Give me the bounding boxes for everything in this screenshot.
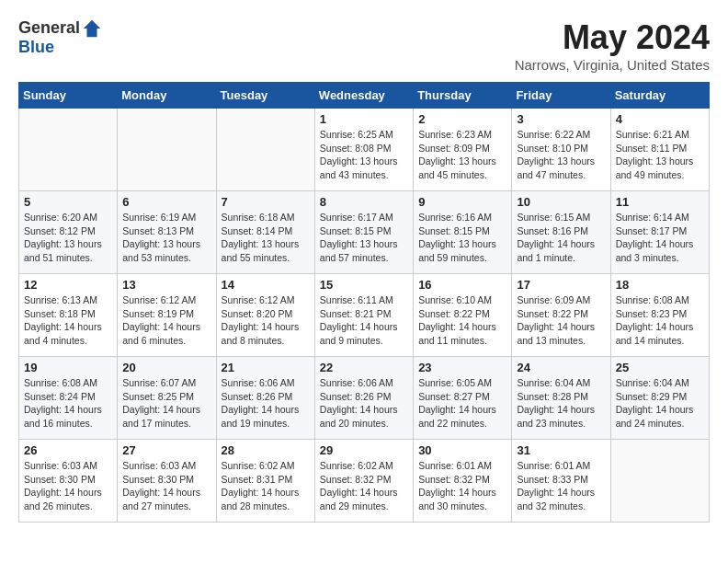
day-number: 19 [24,361,112,374]
day-info: Sunrise: 6:03 AMSunset: 8:30 PMDaylight:… [122,459,210,513]
day-info: Sunrise: 6:13 AMSunset: 8:18 PMDaylight:… [24,293,112,348]
calendar-cell [19,109,118,191]
calendar-cell: 26Sunrise: 6:03 AMSunset: 8:30 PMDayligh… [19,440,118,523]
day-info: Sunrise: 6:08 AMSunset: 8:23 PMDaylight:… [616,293,704,348]
day-number: 29 [320,443,408,457]
day-info: Sunrise: 6:23 AMSunset: 8:09 PMDaylight:… [418,128,506,182]
calendar-cell: 10Sunrise: 6:15 AMSunset: 8:16 PMDayligh… [512,191,610,274]
column-header-monday: Monday [118,83,216,109]
logo-general: General [18,19,80,38]
calendar-cell: 1Sunrise: 6:25 AMSunset: 8:08 PMDaylight… [314,109,413,191]
logo: General Blue [18,18,102,57]
calendar-cell: 22Sunrise: 6:06 AMSunset: 8:26 PMDayligh… [314,357,413,440]
calendar-cell: 9Sunrise: 6:16 AMSunset: 8:15 PMDaylight… [414,191,512,274]
day-info: Sunrise: 6:01 AMSunset: 8:32 PMDaylight:… [418,459,506,513]
calendar-cell: 6Sunrise: 6:19 AMSunset: 8:13 PMDaylight… [118,191,216,274]
calendar-table: SundayMondayTuesdayWednesdayThursdayFrid… [18,82,710,523]
day-number: 24 [517,361,605,374]
calendar-cell: 20Sunrise: 6:07 AMSunset: 8:25 PMDayligh… [118,357,216,440]
calendar-cell: 19Sunrise: 6:08 AMSunset: 8:24 PMDayligh… [19,357,118,440]
calendar-cell: 16Sunrise: 6:10 AMSunset: 8:22 PMDayligh… [414,274,512,357]
day-number: 11 [616,195,704,209]
day-info: Sunrise: 6:20 AMSunset: 8:12 PMDaylight:… [24,211,112,265]
calendar-cell: 18Sunrise: 6:08 AMSunset: 8:23 PMDayligh… [610,274,709,357]
day-info: Sunrise: 6:22 AMSunset: 8:10 PMDaylight:… [517,128,605,182]
calendar-cell: 15Sunrise: 6:11 AMSunset: 8:21 PMDayligh… [314,274,413,357]
day-info: Sunrise: 6:04 AMSunset: 8:28 PMDaylight:… [517,376,605,431]
day-info: Sunrise: 6:18 AMSunset: 8:14 PMDaylight:… [222,211,310,265]
day-info: Sunrise: 6:25 AMSunset: 8:08 PMDaylight:… [320,128,408,182]
day-info: Sunrise: 6:01 AMSunset: 8:33 PMDaylight:… [517,459,605,513]
month-title: May 2024 [515,18,710,57]
column-header-thursday: Thursday [414,83,512,109]
day-number: 13 [122,278,210,292]
calendar-cell: 5Sunrise: 6:20 AMSunset: 8:12 PMDaylight… [19,191,118,274]
calendar-cell: 17Sunrise: 6:09 AMSunset: 8:22 PMDayligh… [512,274,610,357]
calendar-cell: 27Sunrise: 6:03 AMSunset: 8:30 PMDayligh… [118,440,216,523]
calendar-cell [610,440,709,523]
column-header-wednesday: Wednesday [314,83,413,109]
day-info: Sunrise: 6:02 AMSunset: 8:31 PMDaylight:… [222,459,310,513]
day-number: 21 [222,361,310,374]
calendar-cell [216,109,314,191]
calendar-cell: 4Sunrise: 6:21 AMSunset: 8:11 PMDaylight… [610,109,709,191]
day-number: 10 [517,195,605,209]
day-number: 17 [517,278,605,292]
day-number: 25 [616,361,704,374]
day-number: 1 [320,112,408,126]
day-number: 28 [222,443,310,457]
location: Narrows, Virginia, United States [515,57,710,73]
calendar-cell: 13Sunrise: 6:12 AMSunset: 8:19 PMDayligh… [118,274,216,357]
day-number: 7 [222,195,310,209]
calendar-cell: 2Sunrise: 6:23 AMSunset: 8:09 PMDaylight… [414,109,512,191]
day-number: 4 [616,112,704,126]
day-info: Sunrise: 6:11 AMSunset: 8:21 PMDaylight:… [320,293,408,348]
day-number: 18 [616,278,704,292]
svg-marker-0 [84,20,100,37]
calendar-week-row: 26Sunrise: 6:03 AMSunset: 8:30 PMDayligh… [19,440,710,523]
day-number: 12 [24,278,112,292]
calendar-cell: 12Sunrise: 6:13 AMSunset: 8:18 PMDayligh… [19,274,118,357]
day-info: Sunrise: 6:05 AMSunset: 8:27 PMDaylight:… [418,376,506,431]
day-info: Sunrise: 6:03 AMSunset: 8:30 PMDaylight:… [24,459,112,513]
day-number: 22 [320,361,408,374]
day-number: 30 [418,443,506,457]
day-number: 3 [517,112,605,126]
calendar-cell: 29Sunrise: 6:02 AMSunset: 8:32 PMDayligh… [314,440,413,523]
day-info: Sunrise: 6:06 AMSunset: 8:26 PMDaylight:… [222,376,310,431]
day-info: Sunrise: 6:17 AMSunset: 8:15 PMDaylight:… [320,211,408,265]
page-header: General Blue May 2024 Narrows, Virginia,… [18,18,710,73]
logo-blue: Blue [18,39,102,57]
calendar-cell: 3Sunrise: 6:22 AMSunset: 8:10 PMDaylight… [512,109,610,191]
day-number: 5 [24,195,112,209]
day-info: Sunrise: 6:04 AMSunset: 8:29 PMDaylight:… [616,376,704,431]
day-info: Sunrise: 6:02 AMSunset: 8:32 PMDaylight:… [320,459,408,513]
calendar-week-row: 5Sunrise: 6:20 AMSunset: 8:12 PMDaylight… [19,191,710,274]
day-number: 16 [418,278,506,292]
calendar-cell: 23Sunrise: 6:05 AMSunset: 8:27 PMDayligh… [414,357,512,440]
calendar-cell: 28Sunrise: 6:02 AMSunset: 8:31 PMDayligh… [216,440,314,523]
day-number: 23 [418,361,506,374]
day-info: Sunrise: 6:10 AMSunset: 8:22 PMDaylight:… [418,293,506,348]
day-number: 8 [320,195,408,209]
calendar-cell: 11Sunrise: 6:14 AMSunset: 8:17 PMDayligh… [610,191,709,274]
day-info: Sunrise: 6:21 AMSunset: 8:11 PMDaylight:… [616,128,704,182]
day-info: Sunrise: 6:14 AMSunset: 8:17 PMDaylight:… [616,211,704,265]
day-number: 26 [24,443,112,457]
title-area: May 2024 Narrows, Virginia, United State… [515,18,710,73]
day-info: Sunrise: 6:12 AMSunset: 8:20 PMDaylight:… [222,293,310,348]
calendar-week-row: 19Sunrise: 6:08 AMSunset: 8:24 PMDayligh… [19,357,710,440]
day-info: Sunrise: 6:09 AMSunset: 8:22 PMDaylight:… [517,293,605,348]
calendar-cell: 8Sunrise: 6:17 AMSunset: 8:15 PMDaylight… [314,191,413,274]
calendar-week-row: 12Sunrise: 6:13 AMSunset: 8:18 PMDayligh… [19,274,710,357]
logo-icon [82,18,102,39]
calendar-cell [118,109,216,191]
column-header-sunday: Sunday [19,83,118,109]
day-number: 31 [517,443,605,457]
calendar-cell: 21Sunrise: 6:06 AMSunset: 8:26 PMDayligh… [216,357,314,440]
day-number: 2 [418,112,506,126]
calendar-cell: 31Sunrise: 6:01 AMSunset: 8:33 PMDayligh… [512,440,610,523]
column-header-tuesday: Tuesday [216,83,314,109]
day-info: Sunrise: 6:12 AMSunset: 8:19 PMDaylight:… [122,293,210,348]
day-number: 14 [222,278,310,292]
